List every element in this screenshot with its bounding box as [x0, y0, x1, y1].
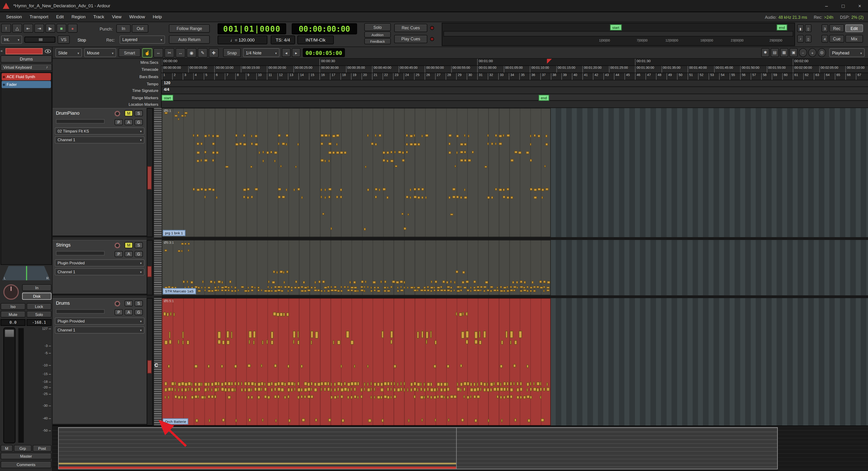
midi-note[interactable] [284, 382, 286, 386]
midi-note[interactable] [208, 286, 210, 289]
midi-note[interactable] [297, 388, 301, 392]
midi-note[interactable] [182, 331, 184, 339]
midi-note[interactable] [404, 281, 405, 284]
midi-note[interactable] [333, 340, 334, 345]
midi-note[interactable] [427, 382, 430, 386]
midi-note[interactable] [398, 151, 401, 154]
range-start-marker[interactable]: start [161, 95, 173, 101]
midi-note[interactable] [410, 196, 411, 199]
midi-note[interactable] [386, 196, 389, 199]
midi-note[interactable] [267, 290, 271, 292]
midi-note[interactable] [277, 382, 280, 386]
midi-note[interactable] [361, 289, 364, 291]
midi-note[interactable] [171, 387, 173, 391]
midi-note[interactable] [361, 388, 363, 392]
midi-note[interactable] [510, 395, 513, 398]
midi-note[interactable] [396, 281, 399, 284]
midi-note[interactable] [328, 196, 330, 199]
midi-note[interactable] [387, 286, 389, 289]
midi-note[interactable] [164, 388, 167, 392]
rec-cues-button[interactable]: Rec Cues [394, 24, 428, 32]
midi-note[interactable] [204, 188, 207, 191]
midi-note[interactable] [464, 196, 467, 199]
zoom-to-session-button[interactable]: ◎ [817, 48, 826, 57]
midi-note[interactable] [208, 364, 210, 368]
midi-note[interactable] [526, 290, 528, 292]
midi-note[interactable] [284, 396, 286, 399]
midi-note[interactable] [198, 387, 200, 391]
midi-note[interactable] [208, 290, 211, 292]
midi-note[interactable] [454, 289, 455, 291]
midi-note[interactable] [468, 135, 469, 138]
midi-note[interactable] [413, 289, 417, 291]
midi-note[interactable] [334, 396, 337, 399]
midi-note[interactable] [425, 196, 427, 199]
midi-note[interactable] [293, 188, 295, 191]
midi-note[interactable] [454, 281, 456, 284]
midi-note[interactable] [218, 331, 221, 339]
midi-note[interactable] [534, 134, 536, 137]
midi-note[interactable] [247, 188, 250, 191]
midi-note[interactable] [477, 387, 479, 391]
midi-note[interactable] [328, 188, 332, 191]
monitor-audio-button[interactable]: ♪ [797, 35, 804, 43]
midi-note[interactable] [286, 188, 287, 191]
midi-note[interactable] [512, 281, 514, 284]
midi-note[interactable] [466, 312, 468, 316]
midi-note[interactable] [387, 290, 390, 292]
midi-note[interactable] [401, 213, 404, 215]
recorder-page-button[interactable]: Rec [829, 24, 844, 32]
mini-start-marker[interactable]: start [610, 24, 622, 30]
midi-note[interactable] [291, 286, 293, 289]
midi-note[interactable] [483, 388, 486, 392]
scroomer-handle[interactable] [147, 166, 152, 189]
midi-note[interactable] [221, 364, 223, 368]
midi-note[interactable] [510, 340, 512, 345]
solo-button[interactable]: S [134, 110, 143, 116]
midi-note[interactable] [344, 286, 346, 288]
ruler-row-range-markers[interactable]: startend [161, 94, 868, 101]
midi-note[interactable] [212, 135, 214, 138]
midi-note[interactable] [483, 290, 485, 292]
midi-note[interactable] [227, 286, 229, 289]
midi-note[interactable] [231, 286, 232, 288]
midi-note[interactable] [406, 143, 408, 146]
midi-note[interactable] [314, 281, 316, 284]
midi-note[interactable] [523, 396, 526, 399]
midi-note[interactable] [448, 418, 450, 422]
midi-note[interactable] [510, 196, 513, 199]
midi-note[interactable] [417, 382, 420, 386]
midi-note[interactable] [250, 166, 252, 168]
midi-note[interactable] [315, 418, 317, 422]
midi-note[interactable] [274, 387, 276, 391]
midi-note[interactable] [543, 290, 545, 292]
midi-note[interactable] [417, 289, 418, 291]
record-enable-button[interactable] [115, 243, 120, 248]
audition-indicator-button[interactable]: Audition [364, 32, 391, 38]
midi-note[interactable] [184, 396, 186, 399]
midi-note[interactable] [200, 188, 203, 191]
midi-note[interactable] [410, 382, 413, 386]
midi-note[interactable] [520, 396, 522, 399]
midi-note[interactable] [247, 396, 249, 399]
mini-end-marker[interactable]: end [777, 24, 787, 30]
midi-note[interactable] [340, 188, 342, 191]
midi-note[interactable] [533, 387, 536, 391]
midi-note[interactable] [276, 313, 279, 317]
midi-note[interactable] [218, 286, 219, 288]
midi-note[interactable] [331, 286, 332, 288]
midi-note[interactable] [204, 388, 207, 392]
ruler-row-tempo[interactable]: 120 [161, 81, 868, 87]
midi-note[interactable] [437, 289, 440, 291]
midi-note[interactable] [194, 286, 198, 288]
midi-note[interactable] [304, 286, 307, 289]
midi-note[interactable] [517, 396, 519, 399]
midi-note[interactable] [251, 289, 254, 291]
midi-note[interactable] [262, 340, 264, 345]
midi-note[interactable] [472, 151, 474, 154]
midi-note[interactable] [211, 388, 213, 392]
midi-note[interactable] [234, 382, 236, 386]
midi-note[interactable] [443, 382, 447, 386]
midi-note[interactable] [170, 312, 172, 316]
layered-display-button[interactable]: ▤ [771, 48, 779, 57]
